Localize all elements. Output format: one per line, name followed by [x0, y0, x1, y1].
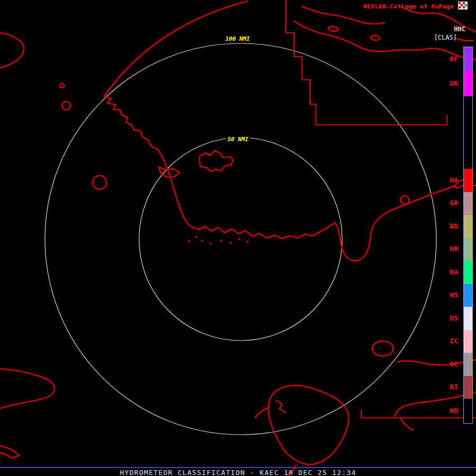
coastline-south: [0, 33, 476, 475]
cod-logo-icon: [458, 2, 468, 10]
range-rings: [45, 43, 436, 435]
small-island-ring-1: [62, 102, 70, 110]
coastlines: [0, 1, 476, 475]
islet-dot: [238, 238, 240, 240]
colorbar-seg-ws: [464, 284, 472, 307]
colorbar-seg-ra: [464, 261, 472, 284]
inner-range-ring: [139, 138, 342, 341]
small-island-ring-2: [93, 176, 106, 189]
islet-dot: [209, 242, 212, 244]
inner-range-label: 50 NMI: [226, 135, 250, 143]
colorbar-seg-rf: [464, 47, 472, 71]
zone-boundaries: [286, 0, 476, 418]
colorbar-seg-gr: [464, 192, 472, 215]
islet-dot: [195, 236, 197, 238]
colorbar-seg-bi: [464, 376, 472, 399]
islet-dot: [230, 242, 232, 244]
coastline-northeast: [294, 6, 476, 60]
outer-range-label: 100 NMI: [224, 35, 251, 43]
colorbar-seg-ic: [464, 330, 472, 353]
footer-divider: [0, 467, 476, 468]
legend-colorbar: [463, 47, 473, 424]
islet-dot: [220, 240, 222, 242]
islet-dot: [201, 240, 203, 242]
colorbar-seg-uk: [464, 71, 472, 96]
boundary-steps-northeast: [286, 0, 476, 418]
colorbar-seg-ha: [464, 169, 472, 192]
product-tag-label: [CLAS]: [434, 34, 457, 41]
colorbar-seg-gap: [464, 96, 472, 169]
islet-dots: [188, 236, 249, 244]
colorbar-seg-nd: [464, 399, 472, 423]
small-lake-ring: [400, 196, 409, 204]
islet-dot: [188, 240, 190, 242]
product-code-label: HHC: [454, 25, 465, 33]
product-caption: HYDROMETEOR CLASSIFICATION - KAEC 10 DEC…: [0, 469, 476, 476]
radar-screen: 100 NMI 50 NMI NEXLAB-College of DuPage …: [0, 0, 476, 476]
islet-dot: [246, 241, 249, 243]
coastline-north-arc: [104, 1, 476, 261]
colorbar-seg-hr: [464, 238, 472, 261]
colorbar-seg-bd: [464, 215, 472, 238]
colorbar-seg-gc: [464, 353, 472, 376]
outer-range-ring: [45, 43, 436, 435]
page-title: NEXLAB-College of DuPage: [363, 3, 454, 10]
colorbar-seg-ds: [464, 307, 472, 330]
radar-map: [0, 0, 476, 476]
small-island-ring-3: [60, 84, 64, 88]
